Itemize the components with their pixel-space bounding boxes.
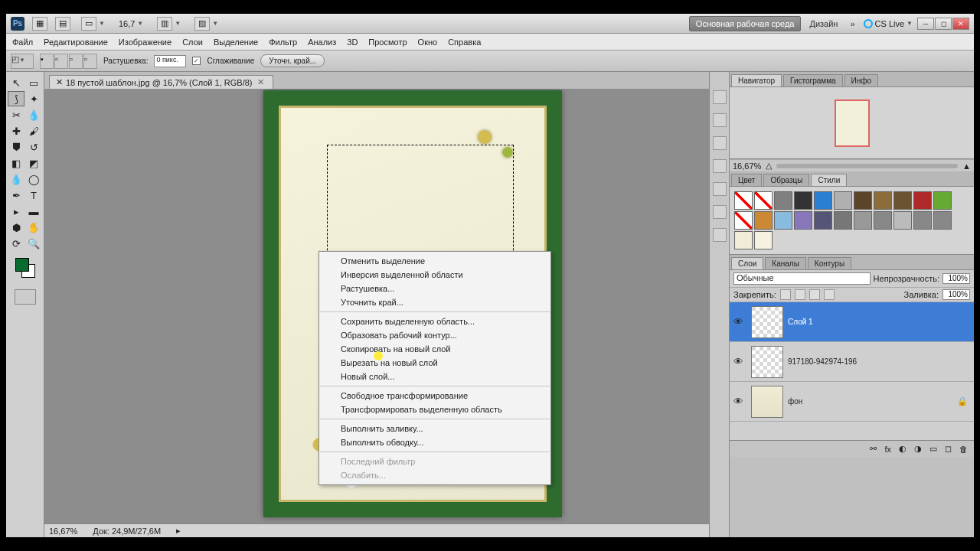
layer-row[interactable]: 👁фон🔒	[730, 382, 974, 422]
visibility-icon[interactable]: 👁	[730, 356, 746, 367]
context-item[interactable]: Новый слой...	[319, 370, 550, 383]
minimize-button[interactable]: ─	[917, 18, 934, 30]
style-swatch[interactable]	[754, 231, 773, 249]
menu-edit[interactable]: Редактирование	[44, 37, 108, 47]
close-button[interactable]: ✕	[952, 18, 969, 30]
workspace-button[interactable]: Основная рабочая среда	[689, 16, 802, 31]
pen-tool-icon[interactable]: ✒	[8, 187, 24, 203]
style-swatch[interactable]	[754, 211, 773, 230]
sel-add-icon[interactable]: ▫	[54, 54, 68, 69]
style-swatch[interactable]	[814, 211, 832, 230]
extras-icon[interactable]: ▨▼	[191, 17, 221, 31]
group-icon[interactable]: ▭	[929, 444, 937, 454]
minibridge-icon[interactable]: ▤	[55, 17, 70, 31]
gradient-tool-icon[interactable]: ◩	[25, 155, 42, 171]
crop-tool-icon[interactable]: ✂	[8, 107, 24, 122]
zoom-level[interactable]: 16,7▼	[116, 19, 146, 28]
tab-swatches[interactable]: Образцы	[763, 174, 809, 186]
context-item[interactable]: Сохранить выделенную область...	[319, 315, 550, 328]
style-swatch[interactable]	[933, 191, 952, 210]
context-item[interactable]: Растушевка...	[319, 282, 550, 295]
menu-layers[interactable]: Слои	[182, 37, 203, 47]
lock-pos-icon[interactable]	[809, 289, 820, 300]
bridge-icon[interactable]: ▦	[32, 17, 47, 31]
marquee-tool-icon[interactable]: ▭	[25, 75, 42, 90]
layer-row[interactable]: 👁Слой 1	[730, 302, 974, 342]
style-swatch[interactable]	[913, 211, 932, 230]
mask-icon[interactable]: ◐	[899, 444, 906, 454]
menu-help[interactable]: Справка	[448, 37, 481, 47]
lock-all-icon[interactable]	[824, 289, 835, 300]
arrange-icon[interactable]: ▥▼	[154, 17, 184, 31]
feather-input[interactable]: 0 пикс.	[154, 55, 186, 67]
context-item[interactable]: Свободное трансформирование	[319, 389, 550, 403]
delete-layer-icon[interactable]: 🗑	[959, 445, 968, 454]
style-swatch[interactable]	[854, 211, 872, 230]
tab-histogram[interactable]: Гистограмма	[783, 74, 843, 86]
tab-close-icon[interactable]: ✕	[255, 77, 266, 87]
style-swatch[interactable]	[893, 191, 912, 210]
zoom-out-icon[interactable]: △	[766, 161, 772, 171]
context-item[interactable]: Инверсия выделенной области	[319, 268, 550, 282]
style-swatch[interactable]	[893, 211, 912, 230]
style-swatch[interactable]	[734, 231, 753, 249]
sel-new-icon[interactable]: ▪	[40, 54, 54, 69]
tab-color[interactable]: Цвет	[731, 174, 762, 186]
dock-icon[interactable]	[713, 182, 727, 196]
navigator-thumb[interactable]	[835, 99, 870, 147]
sel-sub-icon[interactable]: ▫	[69, 54, 83, 69]
opacity-input[interactable]: 100%	[942, 273, 970, 284]
new-layer-icon[interactable]: ◻	[945, 444, 952, 454]
sel-int-icon[interactable]: ▫	[83, 54, 97, 69]
context-item[interactable]: Выполнить заливку...	[319, 422, 550, 435]
context-item[interactable]: Выполнить обводку...	[319, 435, 550, 449]
tab-styles[interactable]: Стили	[811, 174, 847, 186]
maximize-button[interactable]: ◻	[935, 18, 952, 30]
tool-preset-icon[interactable]: ◰▼	[11, 54, 34, 69]
menu-window[interactable]: Окно	[418, 37, 438, 47]
antialias-checkbox[interactable]: ✓	[192, 57, 201, 65]
menu-analysis[interactable]: Анализ	[308, 37, 336, 47]
context-item[interactable]: Образовать рабочий контур...	[319, 328, 550, 342]
style-swatch[interactable]	[774, 191, 792, 210]
style-swatch[interactable]	[834, 211, 852, 230]
dock-icon[interactable]	[713, 90, 727, 104]
style-swatch[interactable]	[794, 191, 812, 210]
style-swatch[interactable]	[913, 191, 932, 210]
dodge-tool-icon[interactable]: ◯	[25, 171, 42, 187]
visibility-icon[interactable]: 👁	[730, 396, 746, 407]
lock-pixels-icon[interactable]	[795, 289, 805, 300]
brush-tool-icon[interactable]: 🖌	[25, 123, 42, 139]
wand-tool-icon[interactable]: ✦	[25, 91, 42, 106]
context-item[interactable]: Отменить выделение	[319, 254, 550, 268]
design-link[interactable]: Дизайн	[805, 18, 841, 30]
menu-filter[interactable]: Фильтр	[269, 37, 297, 47]
menu-file[interactable]: Файл	[12, 37, 33, 47]
tab-paths[interactable]: Контуры	[808, 257, 851, 269]
zoom-tool-icon[interactable]: 🔍	[25, 236, 42, 251]
style-swatch[interactable]	[834, 191, 852, 210]
rotate-tool-icon[interactable]: ⟳	[8, 236, 24, 251]
fill-input[interactable]: 100%	[942, 289, 970, 300]
blend-mode-select[interactable]: Обычные	[733, 272, 871, 285]
more-workspaces[interactable]: »	[846, 18, 858, 30]
layer-row[interactable]: 👁917180-942974-196	[730, 342, 974, 382]
context-item[interactable]: Трансформировать выделенную область	[319, 403, 550, 416]
nav-zoom-slider[interactable]	[776, 164, 958, 168]
path-tool-icon[interactable]: ▸	[8, 204, 24, 219]
refine-edge-button[interactable]: Уточн. край...	[260, 54, 325, 67]
fx-icon[interactable]: fx	[884, 445, 891, 454]
stamp-tool-icon[interactable]: ⛊	[8, 139, 24, 155]
status-arrow-icon[interactable]: ▸	[176, 526, 181, 536]
menu-view[interactable]: Просмотр	[368, 37, 407, 47]
menu-image[interactable]: Изображение	[119, 37, 172, 47]
quickmask-icon[interactable]	[15, 289, 36, 305]
type-tool-icon[interactable]: T	[25, 187, 42, 203]
style-swatch[interactable]	[774, 211, 792, 230]
dock-icon[interactable]	[713, 159, 727, 173]
dock-icon[interactable]	[713, 136, 727, 150]
adjustment-icon[interactable]: ◑	[914, 444, 922, 454]
nav-zoom-value[interactable]: 16,67%	[733, 161, 761, 171]
eyedropper-tool-icon[interactable]: 💧	[25, 107, 42, 122]
context-item[interactable]: Скопировать на новый слой	[319, 342, 550, 356]
